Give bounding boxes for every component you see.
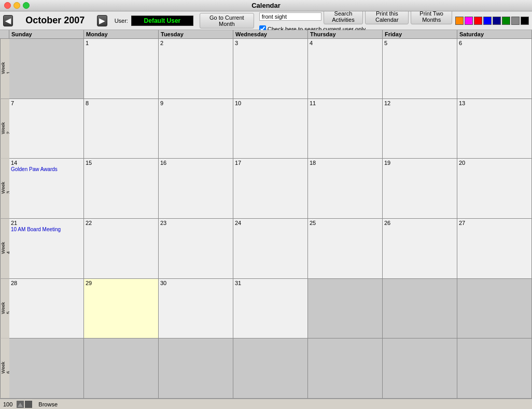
day-cell[interactable] <box>457 339 532 398</box>
calendar-area: Sunday Monday Tuesday Wednesday Thursday… <box>0 30 532 399</box>
swatch-magenta[interactable] <box>465 17 473 25</box>
statusbar-icons <box>17 401 32 408</box>
day-number: 4 <box>310 40 381 46</box>
day-number: 5 <box>384 40 455 46</box>
day-number: 26 <box>384 220 455 226</box>
day-number: 3 <box>235 40 306 46</box>
day-cell[interactable]: 15 <box>84 159 159 218</box>
day-number: 9 <box>160 100 231 106</box>
day-cell[interactable]: 19 <box>383 159 457 218</box>
day-number: 20 <box>459 160 530 166</box>
day-number: 21 <box>11 220 82 226</box>
day-number: 10 <box>235 100 306 106</box>
day-number: 27 <box>459 220 530 226</box>
calendar-grid: Week1123456Week278910111213Week314Golden… <box>0 39 532 399</box>
swatch-green[interactable] <box>502 17 510 25</box>
day-cell[interactable]: 20 <box>457 159 532 218</box>
day-cell[interactable] <box>84 339 159 398</box>
week-label-1: Week1 <box>0 39 9 98</box>
day-number: 28 <box>11 280 82 286</box>
maximize-button[interactable] <box>23 2 30 9</box>
minimize-button[interactable] <box>13 2 20 9</box>
day-cell[interactable]: 3 <box>233 39 308 98</box>
day-cell[interactable]: 16 <box>159 159 233 218</box>
day-number: 15 <box>86 160 157 166</box>
day-number: 23 <box>160 220 231 226</box>
day-number: 14 <box>11 160 82 166</box>
search-area: Search Activities Print this Calendar Pr… <box>259 9 452 32</box>
day-number: 18 <box>310 160 381 166</box>
grid-icon <box>25 401 32 408</box>
day-cell[interactable]: 17 <box>233 159 308 218</box>
month-title: October 2007 <box>16 15 94 26</box>
day-number: 25 <box>310 220 381 226</box>
day-cell[interactable]: 11 <box>308 99 383 159</box>
next-month-button[interactable]: ▶ <box>97 15 107 26</box>
traffic-lights <box>4 2 30 9</box>
header-saturday: Saturday <box>457 30 532 38</box>
day-cell[interactable]: 10 <box>233 99 308 159</box>
day-cell[interactable] <box>383 339 457 398</box>
week-label-6: Week6 <box>0 339 9 398</box>
day-cell[interactable]: 14Golden Paw Awards <box>9 159 84 218</box>
swatch-black[interactable] <box>521 17 529 25</box>
day-cell[interactable] <box>308 339 383 398</box>
calendar-event[interactable]: Golden Paw Awards <box>11 166 82 172</box>
day-cell[interactable] <box>457 279 532 339</box>
goto-current-month-button[interactable]: Go to Current Month <box>200 13 254 29</box>
day-cell[interactable]: 22 <box>84 219 159 278</box>
day-cell[interactable]: 8 <box>84 99 159 159</box>
mountain-icon <box>17 401 24 408</box>
day-cell[interactable] <box>9 39 84 98</box>
swatch-red[interactable] <box>474 17 482 25</box>
day-cell[interactable]: 24 <box>233 219 308 278</box>
toolbar: ◀ October 2007 ▶ User: Default User Go t… <box>0 11 532 30</box>
day-cell[interactable]: 23 <box>159 219 233 278</box>
search-input[interactable] <box>259 12 321 21</box>
day-cell[interactable]: 6 <box>457 39 532 98</box>
day-cell[interactable]: 5 <box>383 39 457 98</box>
day-cell[interactable]: 29 <box>84 279 159 339</box>
day-cell[interactable] <box>308 279 383 339</box>
window-title: Calendar <box>251 2 281 9</box>
day-number: 16 <box>160 160 231 166</box>
week-row-3: Week314Golden Paw Awards151617181920 <box>0 159 532 219</box>
week-label-2: Week2 <box>0 99 9 159</box>
day-cell[interactable] <box>9 339 84 398</box>
header-thursday: Thursday <box>308 30 383 38</box>
day-cell[interactable]: 30 <box>159 279 233 339</box>
week-label-5: Week5 <box>0 279 9 339</box>
day-cell[interactable]: 31 <box>233 279 308 339</box>
day-cell[interactable]: 27 <box>457 219 532 278</box>
color-swatches <box>455 17 529 25</box>
day-cell[interactable]: 13 <box>457 99 532 159</box>
day-cell[interactable] <box>383 279 457 339</box>
day-cell[interactable] <box>159 339 233 398</box>
day-cell[interactable]: 9 <box>159 99 233 159</box>
week-row-2: Week278910111213 <box>0 99 532 159</box>
day-cell[interactable] <box>233 339 308 398</box>
close-button[interactable] <box>4 2 11 9</box>
day-cell[interactable]: 4 <box>308 39 383 98</box>
user-display[interactable]: Default User <box>131 16 193 26</box>
calendar-event[interactable]: 10 AM Board Meeting <box>11 227 82 232</box>
statusbar: 100 Browse <box>0 399 532 409</box>
swatch-darkblue[interactable] <box>493 17 501 25</box>
header-sunday: Sunday <box>9 30 84 38</box>
day-cell[interactable]: 28 <box>9 279 84 339</box>
day-cell[interactable]: 18 <box>308 159 383 218</box>
swatch-blue[interactable] <box>483 17 492 25</box>
day-cell[interactable]: 12 <box>383 99 457 159</box>
day-cell[interactable]: 25 <box>308 219 383 278</box>
swatch-orange[interactable] <box>455 17 464 25</box>
day-cell[interactable]: 26 <box>383 219 457 278</box>
browse-label: Browse <box>38 401 58 407</box>
day-cell[interactable]: 2110 AM Board Meeting <box>9 219 84 278</box>
header-monday: Monday <box>84 30 159 38</box>
prev-month-button[interactable]: ◀ <box>3 15 13 26</box>
week-row-4: Week42110 AM Board Meeting222324252627 <box>0 219 532 279</box>
day-cell[interactable]: 7 <box>9 99 84 159</box>
day-cell[interactable]: 1 <box>84 39 159 98</box>
day-cell[interactable]: 2 <box>159 39 233 98</box>
swatch-gray[interactable] <box>511 17 520 25</box>
